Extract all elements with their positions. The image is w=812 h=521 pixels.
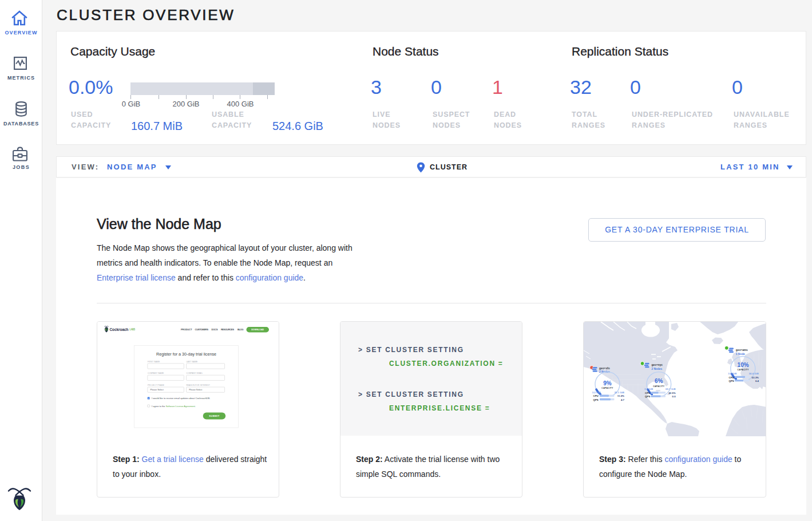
- svg-text:geo=sfo: geo=sfo: [599, 367, 610, 370]
- svg-text:CUSTOMERS: CUSTOMERS: [195, 328, 209, 331]
- svg-text:QPS: QPS: [729, 380, 734, 382]
- svg-text:CPU: CPU: [729, 376, 734, 379]
- svg-text:CPU: CPU: [593, 394, 599, 397]
- svg-text:6%: 6%: [655, 378, 663, 384]
- svg-text:3.6 GiB: 3.6 GiB: [728, 372, 736, 375]
- svg-text:10%: 10%: [738, 362, 749, 368]
- svg-text:6.4: 6.4: [755, 380, 759, 382]
- svg-text:LAST NAME: LAST NAME: [187, 361, 198, 363]
- svg-text:geo=nyc: geo=nyc: [651, 364, 663, 366]
- svg-text:COMPANY NAME: COMPANY NAME: [148, 372, 164, 374]
- svg-text:LABS: LABS: [130, 327, 136, 331]
- svg-text:3.2 GiB: 3.2 GiB: [592, 391, 601, 394]
- svg-text:BLOG: BLOG: [237, 328, 244, 331]
- svg-text:CPU: CPU: [645, 392, 650, 394]
- svg-text:65.7 GiB: 65.7 GiB: [666, 388, 676, 390]
- svg-text:4.7: 4.7: [621, 398, 625, 401]
- svg-text:Register for a 30-day trial li: Register for a 30-day trial license: [156, 352, 216, 357]
- svg-text:QPS: QPS: [593, 398, 599, 401]
- svg-text:PROJECT PHASE: PROJECT PHASE: [148, 384, 164, 386]
- svg-text:SUBMIT: SUBMIT: [209, 415, 219, 417]
- svg-text:FIRST NAME: FIRST NAME: [148, 361, 160, 363]
- svg-text:geo=ams: geo=ams: [736, 349, 748, 352]
- svg-text:DOCS: DOCS: [212, 328, 218, 331]
- svg-text:11.0%: 11.0%: [617, 394, 624, 397]
- svg-text:42.5%: 42.5%: [668, 392, 676, 394]
- svg-text:CAPACITY: CAPACITY: [653, 385, 665, 388]
- svg-text:I would like to receive email: I would like to receive email updates ab…: [152, 397, 210, 400]
- svg-text:53.3%: 53.3%: [752, 376, 759, 379]
- svg-text:PRODUCT: PRODUCT: [181, 328, 192, 331]
- svg-text:REASON FOR INTEREST: REASON FOR INTEREST: [187, 384, 211, 386]
- svg-text:CAPACITY: CAPACITY: [737, 369, 749, 371]
- svg-text:DOWNLOAD: DOWNLOAD: [251, 328, 264, 331]
- svg-text:1 Node: 1 Node: [736, 353, 745, 356]
- svg-text:I agree to the Software Licens: I agree to the Software License Agreemen…: [152, 405, 196, 408]
- svg-text:CAPACITY: CAPACITY: [601, 387, 613, 389]
- svg-text:QPS: QPS: [645, 395, 650, 398]
- svg-text:0.0: 0.0: [672, 395, 676, 398]
- svg-text:9%: 9%: [603, 380, 612, 386]
- svg-text:34.4 GiB: 34.4 GiB: [748, 372, 759, 375]
- svg-text:Please Select: Please Select: [189, 389, 203, 391]
- svg-text:35.1 GiB: 35.1 GiB: [614, 391, 624, 394]
- svg-text:2 Nodes: 2 Nodes: [651, 368, 662, 370]
- svg-text:3.7 GiB: 3.7 GiB: [644, 388, 653, 390]
- svg-text:Cockroach: Cockroach: [110, 327, 129, 332]
- svg-text:Please Select: Please Select: [150, 389, 164, 391]
- svg-text:RESOURCES: RESOURCES: [221, 328, 234, 331]
- svg-text:COMPANY EMAIL: COMPANY EMAIL: [187, 372, 203, 374]
